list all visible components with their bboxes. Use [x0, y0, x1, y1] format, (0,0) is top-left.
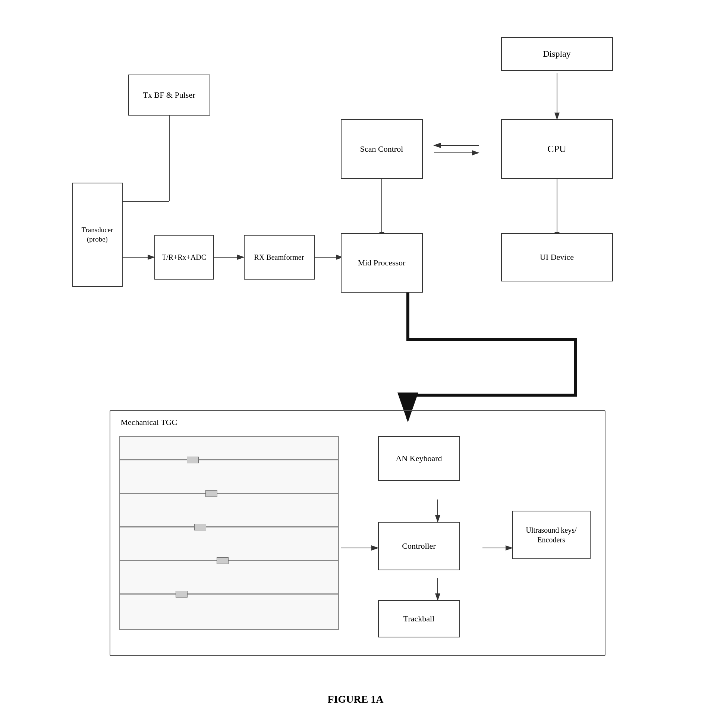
ultrasound-keys-block: Ultrasound keys/ Encoders [512, 511, 591, 559]
tr-rx-adc-block: T/R+Rx+ADC [154, 235, 214, 280]
diagram-container: Display CPU Scan Control Mid Processor U… [39, 15, 673, 705]
mid-processor-block: Mid Processor [341, 233, 423, 293]
controller-block: Controller [378, 522, 460, 570]
rx-beamformer-block: RX Beamformer [244, 235, 315, 280]
display-block: Display [501, 37, 613, 71]
tx-bf-pulser-block: Tx BF & Pulser [128, 75, 210, 116]
cpu-block: CPU [501, 119, 613, 179]
transducer-block: Transducer (probe) [72, 183, 122, 287]
trackball-block: Trackball [378, 600, 460, 637]
mechanical-tgc-label: Mechanical TGC [121, 417, 177, 427]
tgc-visual-box [119, 436, 339, 630]
an-keyboard-block: AN Keyboard [378, 436, 460, 481]
diagram-area: Display CPU Scan Control Mid Processor U… [61, 15, 650, 678]
scan-control-block: Scan Control [341, 119, 423, 179]
figure-title: FIGURE 1A [39, 693, 673, 705]
ui-device-block: UI Device [501, 233, 613, 281]
